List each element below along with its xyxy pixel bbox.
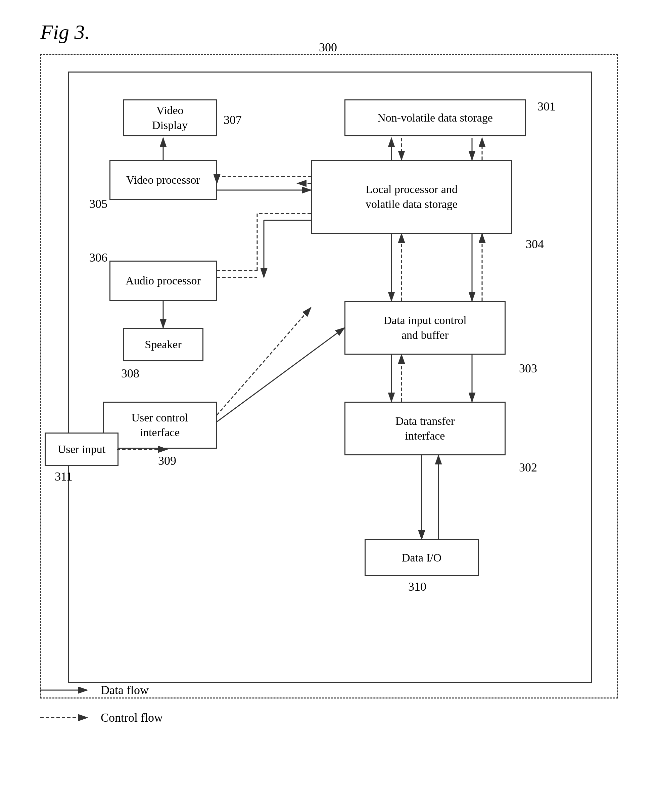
data-input-box: Data input control and buffer — [344, 301, 506, 355]
ref-302: 302 — [519, 460, 537, 475]
local-processor-label: Local processor and volatile data storag… — [366, 182, 457, 211]
inner-boundary-box: Video Display 307 Video processor 305 Au… — [68, 71, 592, 683]
user-input-arrow — [117, 432, 177, 466]
video-display-label: Video Display — [152, 103, 188, 132]
ref-301: 301 — [538, 99, 556, 114]
video-display-box: Video Display — [123, 99, 217, 136]
video-processor-box: Video processor — [109, 160, 217, 200]
page-title: Fig 3. — [40, 20, 90, 44]
control-flow-line — [40, 713, 94, 723]
svg-line-29 — [217, 328, 344, 422]
ref-300: 300 — [319, 40, 337, 54]
ref-303: 303 — [519, 361, 537, 375]
legend-control-flow: Control flow — [40, 711, 163, 725]
ref-305: 305 — [89, 197, 107, 211]
local-processor-box: Local processor and volatile data storag… — [311, 160, 512, 234]
ref-307: 307 — [224, 113, 242, 127]
ref-311: 311 — [55, 470, 73, 484]
user-input-label: User input — [58, 442, 106, 457]
control-flow-label: Control flow — [101, 711, 163, 725]
nonvolatile-label: Non-volatile data storage — [377, 110, 493, 125]
audio-processor-box: Audio processor — [109, 260, 217, 301]
data-flow-line — [40, 685, 94, 695]
speaker-box: Speaker — [123, 328, 203, 361]
legend: Data flow Control flow — [40, 683, 163, 738]
ref-304: 304 — [526, 237, 544, 251]
data-transfer-label: Data transfer interface — [396, 414, 455, 443]
svg-line-28 — [217, 307, 311, 415]
data-input-label: Data input control and buffer — [383, 313, 466, 342]
audio-processor-label: Audio processor — [126, 273, 201, 288]
speaker-label: Speaker — [145, 337, 181, 352]
ref-306: 306 — [89, 251, 107, 265]
outer-boundary-box: Video Display 307 Video processor 305 Au… — [40, 54, 618, 698]
data-io-label: Data I/O — [402, 550, 441, 565]
video-processor-label: Video processor — [126, 173, 200, 188]
nonvolatile-storage-box: Non-volatile data storage — [344, 99, 526, 136]
data-flow-label: Data flow — [101, 683, 149, 697]
legend-data-flow: Data flow — [40, 683, 163, 697]
data-io-box: Data I/O — [364, 539, 479, 576]
user-input-box: User input — [45, 432, 118, 466]
ref-308: 308 — [121, 366, 139, 380]
ref-310: 310 — [408, 580, 426, 594]
data-transfer-box: Data transfer interface — [344, 402, 506, 456]
